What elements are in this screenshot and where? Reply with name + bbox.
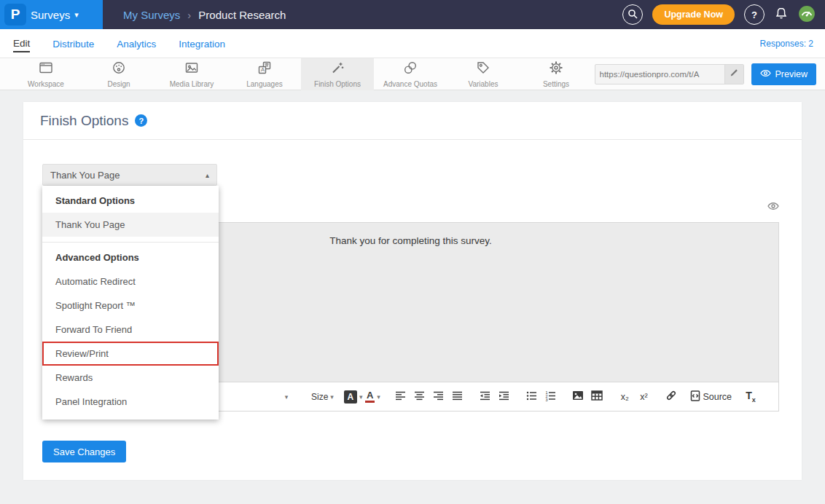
builder-toolbar-right: Preview: [595, 63, 825, 85]
size-label: Size: [311, 392, 328, 402]
preview-button[interactable]: Preview: [751, 63, 816, 85]
source-label: Source: [703, 392, 732, 402]
decrease-indent-button[interactable]: [476, 387, 493, 406]
menu-group-standard-options: Standard Options: [42, 186, 219, 213]
save-changes-button[interactable]: Save Changes: [42, 441, 126, 462]
surveys-product-menu[interactable]: P Surveys ▾: [0, 0, 103, 29]
tab-analytics[interactable]: Analytics: [117, 36, 156, 52]
tab-integration[interactable]: Integration: [179, 36, 225, 52]
gauge-icon: [798, 5, 816, 25]
text-color-button[interactable]: A ▾: [364, 387, 381, 406]
design-icon: [112, 60, 126, 78]
help-button[interactable]: ?: [744, 4, 765, 25]
account-usage-gauge-button[interactable]: [798, 5, 816, 25]
toolbar-item-media-library[interactable]: Media Library: [155, 58, 228, 90]
background-color-icon: A: [344, 390, 357, 403]
superscript-icon: x²: [640, 392, 647, 402]
menu-item-forward-to-friend[interactable]: Forward To Friend: [42, 318, 219, 342]
toolbar-item-design[interactable]: Design: [82, 58, 155, 90]
font-size-dropdown[interactable]: Size ▾: [311, 387, 334, 406]
superscript-button[interactable]: x²: [635, 387, 652, 406]
tab-edit[interactable]: Edit: [13, 35, 30, 52]
source-code-icon: [690, 390, 700, 403]
font-dropdown[interactable]: ▾: [278, 387, 295, 406]
justify-button[interactable]: [448, 387, 466, 406]
question-mark-icon: ?: [139, 117, 144, 125]
search-button[interactable]: [622, 4, 643, 25]
panel-header: Finish Options ?: [23, 102, 802, 140]
outdent-icon: [480, 390, 490, 403]
magic-wand-icon: [330, 60, 345, 78]
align-right-button[interactable]: [429, 387, 447, 406]
finish-options-help-button[interactable]: ?: [135, 114, 147, 127]
notifications-button[interactable]: [774, 7, 789, 23]
survey-section-tabs: Edit Distribute Analytics Integration Re…: [0, 29, 825, 58]
media-library-icon: [184, 60, 199, 78]
languages-icon: A: [257, 60, 272, 78]
background-color-button[interactable]: A ▾: [344, 387, 363, 406]
svg-text:3: 3: [545, 398, 547, 401]
numbered-list-button[interactable]: 123: [541, 387, 559, 406]
menu-item-review-print[interactable]: Review/Print: [42, 342, 219, 366]
svg-text:A: A: [261, 66, 265, 73]
chevron-down-icon: ▾: [74, 10, 79, 20]
breadcrumb-my-surveys[interactable]: My Surveys: [123, 9, 180, 21]
search-icon: [627, 9, 638, 21]
tab-distribute[interactable]: Distribute: [52, 36, 94, 52]
survey-url-input[interactable]: [595, 70, 724, 79]
breadcrumb: My Surveys › Product Research: [123, 9, 286, 21]
menu-item-thank-you-page[interactable]: Thank You Page: [42, 213, 219, 237]
menu-item-spotlight-report[interactable]: Spotlight Report ™: [42, 294, 219, 318]
align-center-button[interactable]: [410, 387, 428, 406]
toggle-preview-eye-button[interactable]: [767, 201, 780, 214]
edit-url-button[interactable]: [724, 65, 743, 84]
image-icon: [572, 390, 584, 403]
chevron-up-icon: ▴: [206, 171, 209, 179]
bulleted-list-button[interactable]: [523, 387, 540, 406]
breadcrumb-separator-icon: ›: [187, 9, 191, 21]
surveys-menu-label: Surveys: [31, 9, 70, 21]
link-icon: [665, 390, 677, 403]
align-center-icon: [414, 390, 425, 403]
chevron-down-icon: ▾: [330, 393, 334, 401]
menu-item-automatic-redirect[interactable]: Automatic Redirect: [42, 269, 219, 294]
increase-indent-button[interactable]: [495, 387, 512, 406]
eye-icon: [760, 68, 771, 80]
toolbar-item-variables[interactable]: Variables: [447, 58, 520, 90]
pencil-icon: [730, 68, 738, 79]
logo-letter: P: [11, 7, 20, 23]
numbered-list-icon: 123: [545, 390, 556, 403]
upgrade-now-button[interactable]: Upgrade Now: [652, 4, 735, 25]
menu-item-panel-integration[interactable]: Panel Integration: [42, 390, 219, 414]
selected-option-label: Thank You Page: [50, 170, 120, 181]
toolbar-item-settings[interactable]: Settings: [520, 58, 593, 90]
menu-group-advanced-options: Advanced Options: [42, 243, 219, 269]
indent-icon: [498, 390, 509, 403]
align-left-icon: [395, 390, 406, 403]
question-mark-icon: ?: [751, 9, 757, 20]
insert-link-button[interactable]: [662, 387, 680, 406]
workspace-icon: [39, 60, 53, 78]
finish-options-panel: Finish Options ? Thank You Page ▴ Standa…: [23, 102, 802, 480]
toolbar-item-finish-options[interactable]: Finish Options: [301, 58, 374, 90]
justify-icon: [452, 390, 463, 403]
builder-toolbar: Workspace Design Media Library A Languag…: [0, 58, 825, 90]
subscript-button[interactable]: x₂: [616, 387, 633, 406]
finish-option-select[interactable]: Thank You Page ▴: [42, 164, 217, 186]
toolbar-item-advance-quotas[interactable]: Advance Quotas: [374, 58, 447, 90]
align-left-button[interactable]: [391, 387, 409, 406]
preview-label: Preview: [775, 69, 808, 79]
toolbar-item-languages[interactable]: A Languages: [228, 58, 301, 90]
source-button[interactable]: Source: [690, 387, 732, 406]
topbar-actions: Upgrade Now ?: [622, 4, 825, 25]
responses-count[interactable]: Responses: 2: [760, 39, 825, 49]
insert-table-button[interactable]: [588, 387, 606, 406]
toolbar-item-workspace[interactable]: Workspace: [9, 58, 82, 90]
gear-icon: [549, 60, 563, 78]
insert-image-button[interactable]: [569, 387, 587, 406]
main-content: Finish Options ? Thank You Page ▴ Standa…: [0, 90, 825, 480]
menu-item-rewards[interactable]: Rewards: [42, 366, 219, 390]
remove-format-button[interactable]: Tx: [742, 387, 759, 406]
bell-icon: [774, 7, 789, 23]
panel-body: Thank You Page ▴ Standard Options Thank …: [23, 140, 802, 479]
